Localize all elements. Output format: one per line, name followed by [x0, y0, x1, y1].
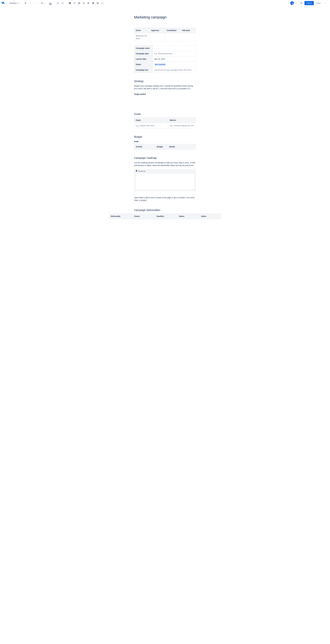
svg-rect-21 — [92, 2, 94, 4]
goals-heading[interactable]: Goals — [134, 112, 196, 116]
meta-value[interactable]: Mar 19, 2020 — [153, 56, 196, 62]
meta-label: Campaign name — [134, 46, 153, 51]
alignment-button[interactable] — [40, 1, 45, 5]
target-market-heading[interactable]: Target market — [134, 93, 196, 96]
th-contributor: Contributor — [165, 28, 180, 33]
meta-value[interactable]: Use this key to tag campaign assets and … — [153, 67, 196, 73]
table-cell[interactable]: e.g., Increase signups by 10% — [168, 123, 196, 128]
bold-button[interactable]: B — [24, 1, 28, 5]
status-lozenge: NOT STARTED — [154, 63, 166, 66]
link-button[interactable] — [73, 1, 77, 5]
th-deliverable: Deliverable — [109, 214, 133, 219]
editor-toolbar: Heading 2 B I ··· A 123 @ + CK ✎ — [0, 0, 330, 6]
budget-table[interactable]: Activity Budget Details — [134, 144, 196, 150]
th-driver: Driver — [134, 28, 150, 33]
text-style-select[interactable]: Heading 2 — [8, 1, 20, 5]
more-formatting-button[interactable]: ··· — [33, 1, 37, 5]
th-budget: Budget — [155, 144, 167, 150]
strategy-body[interactable]: Explain your campaign strategy here. Inc… — [134, 84, 196, 90]
document-icon — [136, 170, 137, 172]
approver-cell[interactable] — [150, 33, 165, 41]
svg-rect-7 — [58, 3, 59, 3]
svg-rect-8 — [58, 4, 59, 4]
goals-table[interactable]: Goals Metrics e.g., Acquire new userse.g… — [134, 118, 196, 128]
svg-text:3: 3 — [62, 3, 62, 4]
deliverables-heading[interactable]: Campaign deliverables — [134, 208, 196, 212]
numbered-list-button[interactable]: 123 — [61, 1, 65, 5]
budget-total[interactable]: Total: — [134, 140, 196, 143]
bullet-list-button[interactable] — [56, 1, 60, 5]
th-metrics: Metrics — [168, 118, 196, 123]
emoji-button[interactable] — [86, 1, 91, 5]
svg-rect-12 — [62, 2, 63, 3]
presence-badge-icon: ✎ — [293, 4, 294, 5]
th-deadline: Deadline — [155, 214, 177, 219]
driver-cell[interactable]: @mention the driver — [134, 33, 150, 41]
svg-point-19 — [88, 3, 88, 3]
meta-value[interactable]: e.g., Brand awareness — [153, 51, 196, 56]
meta-value[interactable]: NOT STARTED — [153, 62, 196, 67]
publish-button[interactable]: Publish — [304, 1, 314, 5]
toolbar-separator — [54, 2, 54, 5]
svg-rect-27 — [98, 2, 99, 4]
chevron-down-icon — [51, 2, 52, 4]
th-notes: Notes — [200, 214, 221, 219]
meta-label: Launch date — [134, 56, 153, 62]
strategy-heading[interactable]: Strategy — [134, 79, 196, 83]
image-button[interactable] — [77, 1, 81, 5]
th-details: Details — [167, 144, 196, 150]
svg-point-17 — [79, 3, 79, 3]
roadmap-heading[interactable]: Campaign roadmap — [134, 156, 196, 160]
svg-point-5 — [57, 4, 58, 4]
meta-value[interactable] — [153, 46, 196, 51]
more-actions-button[interactable]: ··· — [323, 1, 327, 5]
table-cell[interactable]: e.g., Acquire new users — [134, 123, 168, 128]
svg-point-18 — [88, 2, 89, 4]
page-title[interactable]: Marketing campaign — [134, 14, 196, 20]
mention-button[interactable]: @ — [82, 1, 86, 5]
th-informed: Informed — [180, 28, 196, 33]
th-status: Status — [177, 214, 200, 219]
svg-rect-26 — [97, 2, 98, 4]
th-activity: Activity — [134, 144, 155, 150]
contributor-cell[interactable] — [165, 33, 180, 41]
toolbar-separator — [66, 2, 66, 5]
confluence-logo-icon — [2, 2, 5, 5]
roadmap-macro[interactable]: Roadmap — [134, 169, 196, 191]
informed-cell[interactable] — [180, 33, 196, 41]
toolbar-separator — [22, 2, 22, 5]
meta-label: Status — [134, 62, 153, 67]
table-button[interactable] — [91, 1, 95, 5]
meta-label: Campaign type — [134, 51, 153, 56]
deliverables-table[interactable]: Deliverable Owner Deadline Status Notes — [109, 214, 221, 219]
svg-rect-14 — [62, 4, 63, 4]
italic-button[interactable]: I — [28, 1, 32, 5]
svg-rect-13 — [62, 3, 63, 3]
daci-table[interactable]: Driver Approver Contributor Informed @me… — [134, 28, 196, 41]
chevron-down-icon — [102, 2, 104, 4]
action-item-button[interactable] — [68, 1, 72, 5]
svg-point-20 — [89, 3, 89, 3]
user-avatar[interactable]: CK ✎ — [290, 1, 294, 5]
layouts-button[interactable] — [96, 1, 100, 5]
campaign-meta-table[interactable]: Campaign nameCampaign typee.g., Brand aw… — [134, 46, 196, 73]
budget-heading[interactable]: Budget — [134, 135, 196, 139]
svg-point-3 — [57, 2, 58, 3]
meta-label: Campaign Key — [134, 67, 153, 73]
svg-rect-6 — [58, 2, 59, 3]
roadmap-macro-header: Roadmap — [134, 169, 196, 174]
chevron-down-icon — [18, 2, 20, 4]
request-changes-button[interactable] — [299, 1, 303, 5]
th-owner: Owner — [133, 214, 155, 219]
integration-hint[interactable]: Type /trello to add a card or board to t… — [134, 196, 196, 202]
insert-more-button[interactable]: + — [100, 1, 104, 5]
chevron-down-icon — [43, 2, 45, 4]
svg-rect-28 — [301, 2, 302, 4]
toolbar-separator — [47, 2, 47, 5]
editor-body[interactable]: Marketing campaign Driver Approver Contr… — [67, 6, 263, 234]
text-color-button[interactable]: A — [49, 1, 53, 5]
svg-point-4 — [57, 3, 58, 3]
roadmap-body[interactable]: Use the roadmap planner (/roadmap) to he… — [134, 162, 196, 167]
th-approver: Approver — [150, 28, 165, 33]
close-button[interactable]: Close — [315, 1, 322, 5]
